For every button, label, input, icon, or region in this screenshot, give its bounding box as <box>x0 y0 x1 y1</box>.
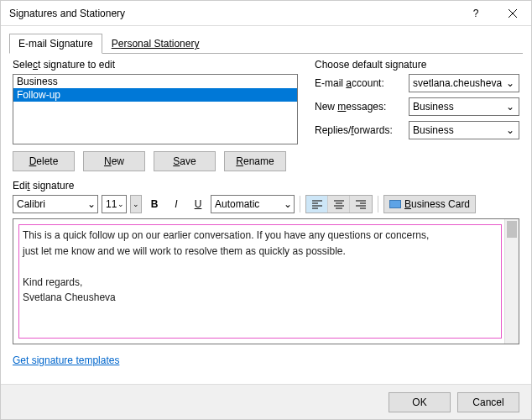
business-card-icon <box>389 200 401 208</box>
window-controls: ? <box>457 1 531 25</box>
save-button[interactable]: Save <box>154 151 216 171</box>
separator <box>378 196 378 213</box>
font-size-combo[interactable]: 11 ⌄ <box>102 195 127 213</box>
bold-button[interactable]: B <box>145 195 164 213</box>
font-size-dropdown[interactable]: ⌄ <box>130 195 142 213</box>
edit-signature-label: Edit signature <box>13 180 519 192</box>
chevron-down-icon: ⌄ <box>284 198 292 210</box>
new-messages-combo[interactable]: Business ⌄ <box>409 97 519 116</box>
align-left-button[interactable] <box>306 196 328 213</box>
tab-email-signature[interactable]: E-mail Signature <box>9 34 102 54</box>
scrollbar-thumb[interactable] <box>507 221 517 238</box>
default-signature-label: Choose default signature <box>315 59 519 71</box>
replies-forwards-combo[interactable]: Business ⌄ <box>409 121 519 139</box>
tab-bar: E-mail Signature Personal Stationery <box>9 33 523 54</box>
new-button[interactable]: New <box>83 151 145 171</box>
chevron-down-icon: ⌄ <box>503 124 517 136</box>
align-left-icon <box>311 199 323 209</box>
select-signature-label: Select signature to edit <box>13 59 298 71</box>
tab-personal-stationery[interactable]: Personal Stationery <box>102 34 209 54</box>
get-templates-link[interactable]: Get signature templates <box>13 354 119 366</box>
signature-editor[interactable]: This is a quick follow up on our earlier… <box>13 218 519 344</box>
edit-signature-group: Edit signature Calibri ⌄ 11 ⌄ ⌄ B I U Au… <box>13 180 519 344</box>
font-color-combo[interactable]: Automatic ⌄ <box>211 195 295 213</box>
chevron-down-icon: ⌄ <box>87 198 96 210</box>
signature-list[interactable]: Business Follow-up <box>13 74 298 144</box>
signature-buttons: Delete New Save Rename <box>13 151 298 171</box>
email-account-label: E-mail account: <box>315 77 404 89</box>
align-center-button[interactable] <box>328 196 350 213</box>
italic-button[interactable]: I <box>167 195 185 213</box>
cancel-button[interactable]: Cancel <box>457 392 519 412</box>
align-right-button[interactable] <box>350 196 372 213</box>
signatures-dialog: Signatures and Stationery ? E-mail Signa… <box>0 0 532 420</box>
dialog-footer: OK Cancel <box>1 384 531 419</box>
close-icon <box>509 9 517 18</box>
replies-forwards-label: Replies/forwards: <box>315 124 404 136</box>
editor-scrollbar[interactable] <box>504 219 519 344</box>
chevron-down-icon: ⌄ <box>503 101 517 113</box>
editor-toolbar: Calibri ⌄ 11 ⌄ ⌄ B I U Automatic ⌄ <box>13 195 519 213</box>
email-account-combo[interactable]: svetlana.cheusheva ⌄ <box>409 74 519 92</box>
titlebar: Signatures and Stationery ? <box>1 1 531 26</box>
font-combo[interactable]: Calibri ⌄ <box>13 195 98 213</box>
chevron-down-icon: ⌄ <box>503 77 517 89</box>
ok-button[interactable]: OK <box>389 392 451 412</box>
editor-selection-box: This is a quick follow up on our earlier… <box>18 224 502 339</box>
close-button[interactable] <box>494 1 531 25</box>
delete-button[interactable]: Delete <box>13 151 75 171</box>
default-signature-group: Choose default signature E-mail account:… <box>315 59 519 171</box>
align-right-icon <box>355 199 367 209</box>
list-item[interactable]: Business <box>13 75 297 88</box>
separator <box>300 196 300 213</box>
rename-button[interactable]: Rename <box>224 151 286 171</box>
new-messages-label: New messages: <box>315 101 404 113</box>
help-button[interactable]: ? <box>457 1 494 25</box>
editor-content[interactable]: This is a quick follow up on our earlier… <box>23 227 498 305</box>
chevron-down-icon: ⌄ <box>117 200 124 208</box>
window-title: Signatures and Stationery <box>9 8 125 19</box>
list-item[interactable]: Follow-up <box>13 88 297 102</box>
align-group <box>305 195 373 213</box>
select-signature-group: Select signature to edit Business Follow… <box>13 59 298 171</box>
underline-button[interactable]: U <box>189 195 207 213</box>
business-card-button[interactable]: Business Card <box>383 195 476 213</box>
align-center-icon <box>333 199 345 209</box>
